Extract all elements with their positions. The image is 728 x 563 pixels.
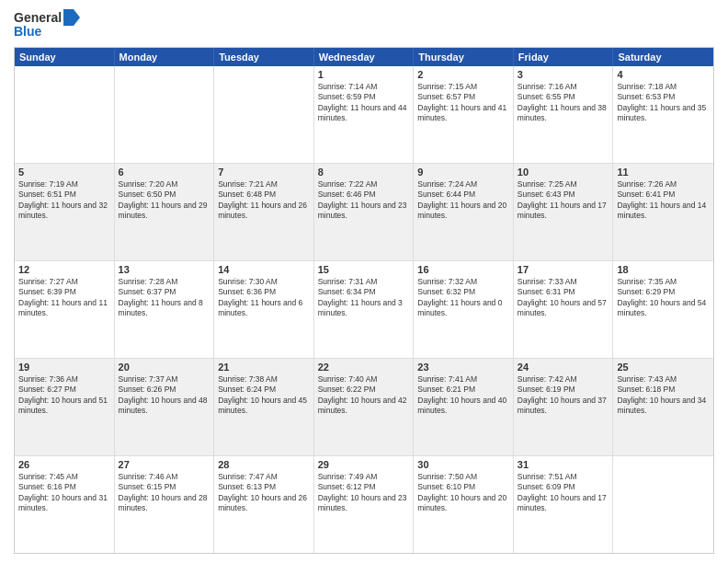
cell-text: Sunrise: 7:40 AMSunset: 6:22 PMDaylight:… — [318, 374, 410, 417]
cell-text: Sunrise: 7:36 AMSunset: 6:27 PMDaylight:… — [18, 374, 110, 417]
day-number: 31 — [518, 459, 609, 470]
cell-text: Sunrise: 7:32 AMSunset: 6:32 PMDaylight:… — [417, 277, 509, 319]
cell-text: Sunrise: 7:14 AMSunset: 6:59 PMDaylight:… — [318, 82, 410, 124]
calendar-cell: 9Sunrise: 7:24 AMSunset: 6:44 PMDaylight… — [414, 164, 514, 260]
day-number: 12 — [18, 264, 110, 275]
day-number: 4 — [617, 69, 710, 80]
cell-text: Sunrise: 7:50 AMSunset: 6:10 PMDaylight:… — [417, 472, 509, 514]
day-number: 6 — [119, 167, 210, 178]
day-number: 14 — [218, 264, 310, 275]
day-number: 7 — [218, 167, 310, 178]
calendar-row-1: 5Sunrise: 7:19 AMSunset: 6:51 PMDaylight… — [15, 163, 713, 260]
header-sunday: Sunday — [15, 48, 115, 66]
cell-text: Sunrise: 7:25 AMSunset: 6:43 PMDaylight:… — [518, 179, 609, 222]
calendar-cell: 17Sunrise: 7:33 AMSunset: 6:31 PMDayligh… — [514, 261, 614, 358]
calendar-cell: 14Sunrise: 7:30 AMSunset: 6:36 PMDayligh… — [214, 261, 314, 358]
calendar-cell: 8Sunrise: 7:22 AMSunset: 6:46 PMDaylight… — [314, 164, 415, 260]
day-number: 15 — [318, 264, 410, 275]
cell-text: Sunrise: 7:41 AMSunset: 6:21 PMDaylight:… — [417, 374, 509, 417]
day-number: 10 — [518, 167, 609, 178]
logo-blue: Blue — [14, 24, 80, 40]
day-number: 20 — [119, 362, 210, 373]
calendar-cell: 11Sunrise: 7:26 AMSunset: 6:41 PMDayligh… — [613, 164, 713, 260]
cell-text: Sunrise: 7:19 AMSunset: 6:51 PMDaylight:… — [18, 179, 110, 222]
cell-text: Sunrise: 7:38 AMSunset: 6:24 PMDaylight:… — [218, 374, 310, 417]
cell-text: Sunrise: 7:18 AMSunset: 6:53 PMDaylight:… — [617, 82, 710, 124]
calendar-cell: 30Sunrise: 7:50 AMSunset: 6:10 PMDayligh… — [414, 456, 514, 553]
calendar-row-3: 19Sunrise: 7:36 AMSunset: 6:27 PMDayligh… — [15, 358, 713, 455]
calendar-cell — [613, 456, 713, 553]
calendar-cell: 4Sunrise: 7:18 AMSunset: 6:53 PMDaylight… — [613, 66, 713, 163]
day-number: 26 — [18, 459, 110, 470]
cell-text: Sunrise: 7:30 AMSunset: 6:36 PMDaylight:… — [218, 277, 310, 319]
calendar-cell: 3Sunrise: 7:16 AMSunset: 6:55 PMDaylight… — [514, 66, 614, 163]
cell-text: Sunrise: 7:49 AMSunset: 6:12 PMDaylight:… — [318, 472, 410, 514]
calendar-cell: 29Sunrise: 7:49 AMSunset: 6:12 PMDayligh… — [314, 456, 415, 553]
day-number: 28 — [218, 459, 310, 470]
logo-general: General — [14, 10, 62, 26]
cell-text: Sunrise: 7:20 AMSunset: 6:50 PMDaylight:… — [119, 179, 210, 222]
cell-text: Sunrise: 7:27 AMSunset: 6:39 PMDaylight:… — [18, 277, 110, 319]
cell-text: Sunrise: 7:37 AMSunset: 6:26 PMDaylight:… — [119, 374, 210, 417]
day-number: 22 — [318, 362, 410, 373]
calendar-row-2: 12Sunrise: 7:27 AMSunset: 6:39 PMDayligh… — [15, 260, 713, 358]
day-number: 5 — [18, 167, 110, 178]
calendar-cell: 10Sunrise: 7:25 AMSunset: 6:43 PMDayligh… — [514, 164, 614, 260]
day-number: 27 — [119, 459, 210, 470]
day-number: 13 — [119, 264, 210, 275]
calendar-cell: 1Sunrise: 7:14 AMSunset: 6:59 PMDaylight… — [314, 66, 415, 163]
cell-text: Sunrise: 7:46 AMSunset: 6:15 PMDaylight:… — [119, 472, 210, 514]
cell-text: Sunrise: 7:21 AMSunset: 6:48 PMDaylight:… — [218, 179, 310, 222]
calendar-cell — [15, 66, 115, 163]
header-wednesday: Wednesday — [314, 48, 415, 66]
day-number: 17 — [518, 264, 609, 275]
calendar-cell — [214, 66, 314, 163]
calendar-cell: 28Sunrise: 7:47 AMSunset: 6:13 PMDayligh… — [214, 456, 314, 553]
day-number: 29 — [318, 459, 410, 470]
calendar-cell: 22Sunrise: 7:40 AMSunset: 6:22 PMDayligh… — [314, 359, 415, 455]
day-number: 21 — [218, 362, 310, 373]
cell-text: Sunrise: 7:28 AMSunset: 6:37 PMDaylight:… — [119, 277, 210, 319]
day-number: 3 — [518, 69, 609, 80]
header-monday: Monday — [115, 48, 215, 66]
cell-text: Sunrise: 7:42 AMSunset: 6:19 PMDaylight:… — [518, 374, 609, 417]
day-number: 18 — [617, 264, 710, 275]
cell-text: Sunrise: 7:31 AMSunset: 6:34 PMDaylight:… — [318, 277, 410, 319]
calendar-cell — [115, 66, 215, 163]
cell-text: Sunrise: 7:22 AMSunset: 6:46 PMDaylight:… — [318, 179, 410, 222]
day-number: 8 — [318, 167, 410, 178]
calendar-body: 1Sunrise: 7:14 AMSunset: 6:59 PMDaylight… — [15, 66, 713, 553]
calendar-cell: 5Sunrise: 7:19 AMSunset: 6:51 PMDaylight… — [15, 164, 115, 260]
calendar-cell: 20Sunrise: 7:37 AMSunset: 6:26 PMDayligh… — [115, 359, 215, 455]
cell-text: Sunrise: 7:47 AMSunset: 6:13 PMDaylight:… — [218, 472, 310, 514]
day-number: 11 — [617, 167, 710, 178]
calendar-cell: 13Sunrise: 7:28 AMSunset: 6:37 PMDayligh… — [115, 261, 215, 358]
header: General Blue — [14, 9, 714, 40]
logo: General Blue — [14, 9, 80, 40]
calendar: Sunday Monday Tuesday Wednesday Thursday… — [14, 47, 714, 554]
cell-text: Sunrise: 7:26 AMSunset: 6:41 PMDaylight:… — [617, 179, 710, 222]
calendar-cell: 31Sunrise: 7:51 AMSunset: 6:09 PMDayligh… — [514, 456, 614, 553]
day-number: 24 — [518, 362, 609, 373]
calendar-cell: 26Sunrise: 7:45 AMSunset: 6:16 PMDayligh… — [15, 456, 115, 553]
day-number: 19 — [18, 362, 110, 373]
calendar-row-0: 1Sunrise: 7:14 AMSunset: 6:59 PMDaylight… — [15, 66, 713, 163]
cell-text: Sunrise: 7:51 AMSunset: 6:09 PMDaylight:… — [518, 472, 609, 514]
day-number: 23 — [417, 362, 509, 373]
day-number: 30 — [417, 459, 509, 470]
header-tuesday: Tuesday — [214, 48, 314, 66]
cell-text: Sunrise: 7:33 AMSunset: 6:31 PMDaylight:… — [518, 277, 609, 319]
calendar-row-4: 26Sunrise: 7:45 AMSunset: 6:16 PMDayligh… — [15, 455, 713, 553]
calendar-cell: 25Sunrise: 7:43 AMSunset: 6:18 PMDayligh… — [613, 359, 713, 455]
cell-text: Sunrise: 7:45 AMSunset: 6:16 PMDaylight:… — [18, 472, 110, 514]
calendar-cell: 19Sunrise: 7:36 AMSunset: 6:27 PMDayligh… — [15, 359, 115, 455]
day-number: 25 — [617, 362, 710, 373]
calendar-cell: 15Sunrise: 7:31 AMSunset: 6:34 PMDayligh… — [314, 261, 415, 358]
cell-text: Sunrise: 7:24 AMSunset: 6:44 PMDaylight:… — [417, 179, 509, 222]
header-thursday: Thursday — [414, 48, 514, 66]
cell-text: Sunrise: 7:43 AMSunset: 6:18 PMDaylight:… — [617, 374, 710, 417]
calendar-cell: 23Sunrise: 7:41 AMSunset: 6:21 PMDayligh… — [414, 359, 514, 455]
day-number: 1 — [318, 69, 410, 80]
calendar-cell: 21Sunrise: 7:38 AMSunset: 6:24 PMDayligh… — [214, 359, 314, 455]
calendar-header: Sunday Monday Tuesday Wednesday Thursday… — [15, 48, 713, 66]
